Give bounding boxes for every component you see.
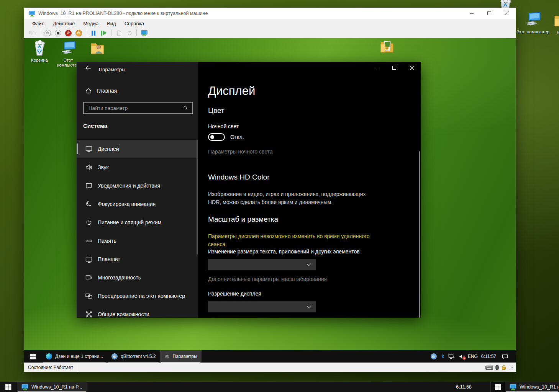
color-heading: Цвет xyxy=(208,106,225,115)
shutdown-vm-button[interactable] xyxy=(64,29,73,37)
this-pc-icon xyxy=(60,40,77,57)
host-clock[interactable]: 6:11:58 xyxy=(456,382,472,392)
tablet-icon xyxy=(85,255,93,263)
windows-logo-icon xyxy=(30,354,36,359)
taskbar-task-edge[interactable]: Дзен и еще 1 страни... xyxy=(42,350,107,363)
resolution-dropdown[interactable] xyxy=(208,301,316,312)
enhanced-session-button[interactable] xyxy=(139,29,149,37)
search-icon[interactable] xyxy=(183,105,189,111)
scaling-dropdown[interactable] xyxy=(208,259,316,270)
multitasking-icon xyxy=(85,274,93,281)
close-button[interactable] xyxy=(498,8,516,19)
menu-bar: Файл Действие Медиа Вид Справка xyxy=(24,19,516,28)
sidebar-item-storage[interactable]: Память xyxy=(77,232,198,250)
remote-session-warning: Параметры дисплея невозможно изменить во… xyxy=(208,232,377,248)
vm-pictures-folder[interactable] xyxy=(374,38,400,56)
menu-media[interactable]: Медиа xyxy=(79,21,103,26)
minimize-button[interactable] xyxy=(463,8,480,19)
ctrl-alt-del-button[interactable] xyxy=(28,29,37,37)
bluetooth-icon[interactable] xyxy=(440,353,445,359)
sidebar-item-shared-experiences[interactable]: Общие возможности xyxy=(77,305,198,323)
resolution-label: Разрешение дисплея xyxy=(208,291,261,297)
sidebar-item-sound[interactable]: Звук xyxy=(77,158,198,176)
sidebar-item-display[interactable]: Дисплей xyxy=(77,140,198,158)
vm-recycle-bin[interactable]: Корзина xyxy=(27,40,52,63)
sidebar-item-label: Проецирование на этот компьютер xyxy=(98,293,185,299)
scale-layout-heading: Масштаб и разметка xyxy=(208,215,278,224)
host-task-hyperv-2[interactable]: Windows_10_R1 на P. xyxy=(505,382,559,392)
action-center-icon[interactable] xyxy=(502,354,508,359)
night-light-state: Откл. xyxy=(230,134,244,140)
tray-qbittorrent-icon[interactable]: qb xyxy=(431,353,437,359)
host-folder-label: Rom xyxy=(548,30,559,35)
resize-grip[interactable] xyxy=(509,365,513,370)
host-task-hyperv[interactable]: Windows_10_R1 на P... xyxy=(17,382,87,392)
sidebar-scrollbar[interactable] xyxy=(197,140,198,255)
search-input[interactable] xyxy=(86,105,183,111)
menu-help[interactable]: Справка xyxy=(120,21,148,26)
toggle-knob xyxy=(210,135,214,139)
checkpoint-button[interactable] xyxy=(114,29,123,37)
sidebar-item-power[interactable]: Питание и спящий режим xyxy=(77,213,198,232)
sidebar-item-multitasking[interactable]: Многозадачность xyxy=(77,268,198,287)
secondary-monitor-taskbar: Windows_10_R1 на P. xyxy=(490,382,559,392)
save-vm-button[interactable] xyxy=(74,29,83,37)
advanced-scaling-link[interactable]: Дополнительные параметры масштабирования xyxy=(208,276,327,282)
night-light-settings-link[interactable]: Параметры ночного света xyxy=(208,149,273,155)
start-vm-button[interactable] xyxy=(43,29,52,37)
task-label: Параметры xyxy=(173,354,197,359)
hyperv-statusbar: Состояние: Работает xyxy=(24,363,516,372)
night-light-toggle[interactable] xyxy=(208,133,225,141)
mute-badge: × xyxy=(462,356,466,360)
sidebar-item-notifications[interactable]: Уведомления и действия xyxy=(77,176,198,195)
folder-icon xyxy=(552,11,559,29)
vm-system-tray: qb × ENG 6:11:57 xyxy=(431,350,516,363)
menu-file[interactable]: Файл xyxy=(28,21,49,26)
volume-muted-icon[interactable]: × xyxy=(459,354,464,359)
revert-button[interactable] xyxy=(125,29,134,37)
settings-close-button[interactable] xyxy=(403,62,421,74)
sidebar-item-label: Питание и спящий режим xyxy=(98,219,161,225)
language-indicator[interactable]: ENG xyxy=(468,354,478,359)
qbittorrent-icon: qb xyxy=(111,353,118,359)
search-box xyxy=(83,102,193,114)
network-icon[interactable] xyxy=(448,353,455,359)
pause-vm-button[interactable] xyxy=(89,29,98,37)
notifications-icon xyxy=(85,182,93,189)
sidebar-item-label: Память xyxy=(98,238,116,244)
menu-view[interactable]: Вид xyxy=(103,21,120,26)
taskbar-task-qbittorrent[interactable]: qb qBittorrent v4.5.2 xyxy=(107,350,160,363)
vm-start-button[interactable] xyxy=(24,350,42,363)
maximize-button[interactable] xyxy=(480,8,498,19)
scaling-label: Изменение размера текста, приложений и д… xyxy=(208,248,360,255)
status-separator xyxy=(78,364,78,371)
vm-recycle-bin-label: Корзина xyxy=(27,58,52,63)
host-start-button-2[interactable] xyxy=(491,382,505,392)
host-folder-icon[interactable]: Rom xyxy=(548,11,559,35)
windows-logo-icon xyxy=(5,384,11,390)
this-pc-icon xyxy=(524,11,542,28)
taskbar-task-settings[interactable]: Параметры xyxy=(160,350,202,363)
settings-maximize-button[interactable] xyxy=(385,62,403,74)
vm-clock[interactable]: 6:11:57 xyxy=(481,354,496,359)
sidebar-item-tablet[interactable]: Планшет xyxy=(77,250,198,268)
screen: Этот компьютер Rom Windows_10_R1 на PROL… xyxy=(0,0,559,392)
task-label: Дзен и еще 1 страни... xyxy=(55,354,103,359)
moon-icon xyxy=(85,200,93,208)
hyperv-app-icon xyxy=(29,10,35,17)
settings-minimize-button[interactable] xyxy=(368,62,385,74)
menu-action[interactable]: Действие xyxy=(49,21,79,26)
vm-taskbar: Дзен и еще 1 страни... qb qBittorrent v4… xyxy=(24,350,516,363)
sidebar-item-home[interactable]: Главная xyxy=(77,84,198,97)
stop-vm-button[interactable] xyxy=(53,29,62,37)
host-start-button[interactable] xyxy=(0,382,17,392)
power-icon xyxy=(85,219,93,226)
back-button[interactable] xyxy=(82,63,95,74)
content-scrollbar[interactable] xyxy=(419,151,420,318)
sidebar-item-focus-assist[interactable]: Фокусировка внимания xyxy=(77,195,198,213)
resume-vm-button[interactable] xyxy=(99,29,108,37)
vm-user-folder[interactable] xyxy=(85,40,110,58)
hd-color-heading: Windows HD Color xyxy=(208,173,269,181)
sidebar-item-projecting[interactable]: Проецирование на этот компьютер xyxy=(77,287,198,305)
sidebar-item-label: Дисплей xyxy=(98,146,119,152)
